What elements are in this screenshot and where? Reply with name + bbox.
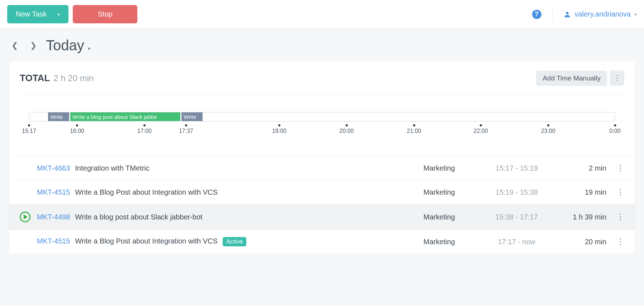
timeline-tick: 21:00 bbox=[407, 124, 421, 134]
entry-project: Marketing bbox=[423, 213, 481, 221]
new-task-button[interactable]: New Task ▾ bbox=[7, 5, 68, 23]
entry-menu-button[interactable] bbox=[606, 212, 624, 222]
entry-main: MKT-4515Write a Blog Post about Integrat… bbox=[37, 188, 218, 196]
entry-main: MKT-4498Write a blog post about Slack ja… bbox=[37, 213, 203, 221]
timeline-tick: 17:00 bbox=[137, 124, 152, 134]
timeline-tick: 19:00 bbox=[272, 124, 287, 134]
tick-label: 20:00 bbox=[340, 128, 354, 134]
entry-menu-button[interactable] bbox=[606, 163, 624, 173]
tick-label: 21:00 bbox=[407, 128, 421, 134]
timeline-block[interactable] bbox=[29, 112, 47, 121]
tick-label: 17:00 bbox=[137, 128, 152, 134]
timeline-tick: 20:00 bbox=[340, 124, 354, 134]
time-entry-row[interactable]: MKT-4663Integration with TMetricMarketin… bbox=[9, 156, 635, 180]
timeline-tick: 0:00 bbox=[609, 124, 620, 134]
user-icon bbox=[563, 10, 571, 18]
tick-dot bbox=[143, 124, 146, 126]
tick-dot bbox=[278, 124, 280, 126]
new-task-label: New Task bbox=[16, 10, 47, 18]
divider bbox=[552, 6, 553, 22]
user-menu[interactable]: valery.andrianova ▾ bbox=[563, 10, 637, 18]
date-nav: ❮ ❯ Today ▾ bbox=[9, 37, 635, 54]
ticket-link[interactable]: MKT-4498 bbox=[37, 213, 70, 221]
tick-dot bbox=[76, 124, 78, 126]
more-icon bbox=[616, 237, 624, 246]
tick-label: 22:00 bbox=[474, 128, 488, 134]
entry-duration: 1 h 39 min bbox=[553, 213, 606, 221]
more-icon bbox=[616, 163, 624, 172]
timeline-tick: 17:37 bbox=[179, 124, 193, 134]
timeline: WriteWrite a blog post about Slack jabbe… bbox=[19, 109, 625, 142]
entries-list: MKT-4663Integration with TMetricMarketin… bbox=[9, 156, 635, 254]
tick-dot bbox=[614, 124, 616, 126]
add-time-manually-button[interactable]: Add Time Manually bbox=[536, 71, 607, 86]
chevron-down-icon: ▾ bbox=[88, 46, 90, 51]
stop-label: Stop bbox=[98, 10, 113, 18]
chevron-down-icon: ▾ bbox=[57, 11, 60, 17]
more-icon bbox=[616, 212, 624, 221]
tick-dot bbox=[185, 124, 187, 126]
stop-button[interactable]: Stop bbox=[73, 5, 137, 23]
entry-time-range: 15:38 - 17:17 bbox=[481, 213, 553, 221]
divider bbox=[19, 94, 625, 95]
tick-dot bbox=[547, 124, 549, 126]
more-icon bbox=[614, 74, 621, 82]
timeline-block[interactable]: Write bbox=[48, 112, 69, 121]
tick-dot bbox=[413, 124, 415, 126]
tick-label: 0:00 bbox=[609, 128, 620, 134]
ticket-link[interactable]: MKT-4663 bbox=[37, 164, 70, 172]
tick-label: 16:00 bbox=[70, 128, 84, 134]
tick-label: 19:00 bbox=[272, 128, 287, 134]
play-button[interactable] bbox=[20, 212, 30, 222]
timeline-tick: 23:00 bbox=[541, 124, 555, 134]
help-icon[interactable]: ? bbox=[532, 10, 541, 19]
timeline-block[interactable]: Write a blog post about Slack jabbe bbox=[70, 112, 180, 121]
entry-description: Write a Blog Post about Integration with… bbox=[75, 237, 218, 245]
ticket-link[interactable]: MKT-4515 bbox=[37, 237, 70, 245]
total-value: 2 h 20 min bbox=[53, 73, 94, 83]
timeline-track[interactable]: WriteWrite a blog post about Slack jabbe… bbox=[29, 112, 615, 121]
entry-time-range: 15:19 - 15:38 bbox=[481, 188, 553, 196]
entry-project: Marketing bbox=[423, 164, 481, 172]
timeline-block[interactable]: Write bbox=[181, 112, 203, 121]
time-entry-row[interactable]: MKT-4498Write a blog post about Slack ja… bbox=[9, 204, 635, 230]
status-badge: Active bbox=[223, 237, 246, 246]
entry-time-range: 17:17 - now bbox=[481, 238, 553, 246]
ticket-link[interactable]: MKT-4515 bbox=[37, 188, 70, 196]
tick-label: 23:00 bbox=[541, 128, 555, 134]
play-icon bbox=[24, 214, 28, 219]
entry-duration: 2 min bbox=[553, 164, 606, 172]
more-icon bbox=[616, 187, 624, 196]
entry-duration: 20 min bbox=[553, 238, 606, 246]
card-header: TOTAL 2 h 20 min Add Time Manually bbox=[9, 61, 635, 91]
prev-day-button[interactable]: ❮ bbox=[9, 39, 21, 52]
play-column bbox=[20, 212, 37, 222]
timeline-axis: 15:1716:0017:0017:3719:0020:0021:0022:00… bbox=[29, 124, 615, 135]
entry-description: Write a blog post about Slack jabber-bot bbox=[75, 213, 202, 221]
timeline-tick: 22:00 bbox=[474, 124, 488, 134]
svg-point-0 bbox=[566, 11, 568, 14]
next-day-button[interactable]: ❯ bbox=[27, 39, 39, 52]
tick-dot bbox=[480, 124, 482, 126]
entry-main: MKT-4663Integration with TMetric bbox=[37, 164, 150, 172]
total-label: TOTAL bbox=[20, 73, 50, 84]
tick-label: 17:37 bbox=[179, 128, 193, 134]
entry-menu-button[interactable] bbox=[606, 187, 624, 197]
entry-duration: 19 min bbox=[553, 188, 606, 196]
date-title: Today bbox=[46, 37, 84, 54]
more-menu-button[interactable] bbox=[610, 70, 624, 86]
entry-description: Write a Blog Post about Integration with… bbox=[75, 188, 218, 196]
chevron-down-icon: ▾ bbox=[634, 11, 637, 17]
entry-menu-button[interactable] bbox=[606, 237, 624, 246]
entry-description: Integration with TMetric bbox=[75, 164, 150, 172]
time-entry-row[interactable]: MKT-4515Write a Blog Post about Integrat… bbox=[9, 230, 635, 254]
entry-project: Marketing bbox=[423, 238, 481, 246]
user-name: valery.andrianova bbox=[575, 10, 631, 18]
time-entry-row[interactable]: MKT-4515Write a Blog Post about Integrat… bbox=[9, 180, 635, 204]
entry-time-range: 15:17 - 15:19 bbox=[481, 164, 553, 172]
topbar: New Task ▾ Stop ? valery.andrianova ▾ bbox=[0, 0, 644, 29]
timeline-tick: 15:17 bbox=[22, 124, 36, 134]
tick-dot bbox=[346, 124, 348, 126]
date-picker[interactable]: Today ▾ bbox=[46, 37, 90, 54]
timeline-tick: 16:00 bbox=[70, 124, 84, 134]
